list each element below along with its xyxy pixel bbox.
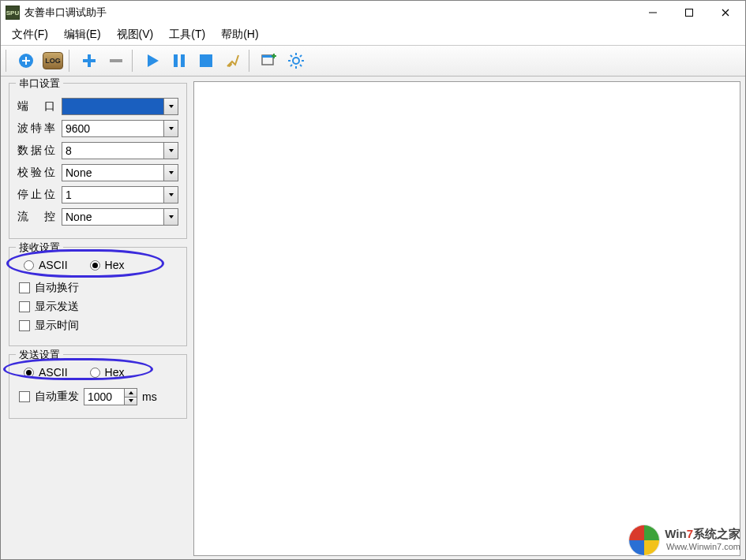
label-flow: 流 控 [17, 210, 55, 224]
combo-baud-value: 9600 [66, 122, 90, 135]
radio-send-hex[interactable] [90, 368, 100, 378]
menu-bar: 文件(F) 编辑(E) 视图(V) 工具(T) 帮助(H) [1, 24, 745, 45]
combo-port[interactable] [62, 98, 178, 115]
combo-baud[interactable]: 9600 [62, 120, 178, 137]
dropdown-arrow-icon [163, 143, 178, 159]
watermark-brand: Win7系统之家 [665, 527, 740, 542]
new-window-button[interactable] [257, 48, 282, 73]
close-button[interactable] [707, 2, 744, 24]
label-send-ascii: ASCII [39, 366, 68, 379]
dropdown-arrow-icon [163, 165, 178, 181]
group-recv-settings: 接收设置 ASCII Hex 自动换行 [9, 247, 187, 346]
check-autoresend[interactable] [19, 391, 30, 402]
label-send-hex: Hex [105, 366, 125, 379]
combo-parity[interactable]: None [62, 164, 178, 181]
watermark-url: Www.Winwin7.com [665, 542, 740, 551]
interval-spinner[interactable]: 1000 [84, 388, 137, 405]
app-icon: SPU [6, 6, 20, 20]
connect-button[interactable] [13, 48, 39, 73]
remove-button[interactable] [103, 48, 129, 73]
play-button[interactable] [140, 48, 165, 73]
menu-view[interactable]: 视图(V) [109, 24, 162, 45]
label-databits: 数据位 [17, 144, 55, 158]
label-autowrap: 自动换行 [35, 281, 79, 295]
radio-recv-ascii[interactable] [24, 260, 34, 271]
check-autowrap[interactable] [19, 282, 30, 293]
label-port: 端 口 [17, 99, 55, 114]
combo-flow-value: None [66, 211, 92, 223]
svg-rect-3 [181, 54, 185, 67]
spin-up-icon[interactable] [125, 389, 137, 397]
check-showtime[interactable] [19, 320, 30, 331]
group-send-settings: 发送设置 ASCII Hex 自动重发 1000 [9, 354, 187, 419]
dropdown-arrow-icon [163, 209, 178, 225]
svg-rect-0 [686, 9, 693, 17]
label-parity: 校验位 [17, 166, 55, 180]
svg-rect-2 [174, 54, 178, 67]
clear-button[interactable] [220, 48, 246, 73]
group-serial-legend: 串口设置 [16, 77, 63, 91]
menu-file[interactable]: 文件(F) [4, 24, 56, 45]
label-recv-ascii: ASCII [39, 259, 68, 271]
radio-send-ascii[interactable] [24, 368, 34, 378]
interval-unit: ms [142, 390, 157, 403]
combo-databits-value: 8 [66, 144, 72, 157]
spin-down-icon[interactable] [125, 397, 137, 405]
combo-flow[interactable]: None [62, 208, 178, 226]
menu-tool[interactable]: 工具(T) [161, 24, 213, 45]
maximize-button[interactable] [671, 2, 707, 24]
label-baud: 波特率 [17, 121, 55, 136]
check-showsend[interactable] [19, 301, 30, 312]
pause-button[interactable] [167, 48, 192, 73]
combo-stopbits-value: 1 [66, 189, 72, 201]
svg-point-7 [293, 58, 299, 64]
group-send-legend: 发送设置 [16, 348, 63, 362]
group-serial-settings: 串口设置 端 口 波特率 9600 数据位 [9, 83, 187, 239]
minimize-button[interactable] [635, 2, 671, 24]
interval-value: 1000 [88, 390, 112, 403]
dropdown-arrow-icon [163, 187, 178, 203]
svg-rect-4 [200, 54, 212, 67]
stop-button[interactable] [193, 48, 219, 73]
combo-parity-value: None [66, 166, 92, 179]
main-panel [193, 77, 745, 560]
dropdown-arrow-icon [163, 121, 178, 136]
label-showsend: 显示发送 [35, 300, 79, 314]
label-recv-hex: Hex [105, 259, 125, 271]
console-output[interactable] [193, 81, 740, 556]
add-button[interactable] [77, 48, 102, 73]
settings-sidebar: 串口设置 端 口 波特率 9600 数据位 [1, 77, 193, 560]
app-window: SPU 友善串口调试助手 文件(F) 编辑(E) 视图(V) 工具(T) 帮助(… [0, 0, 746, 560]
spinner-buttons[interactable] [124, 389, 137, 405]
group-recv-legend: 接收设置 [16, 241, 63, 255]
dropdown-arrow-icon [163, 99, 178, 114]
title-bar: SPU 友善串口调试助手 [1, 1, 745, 24]
label-stopbits: 停止位 [17, 188, 55, 202]
settings-button[interactable] [283, 48, 309, 73]
label-autoresend: 自动重发 [35, 390, 79, 404]
window-title: 友善串口调试助手 [24, 6, 107, 20]
menu-help[interactable]: 帮助(H) [213, 24, 266, 45]
watermark: Win7系统之家 Www.Winwin7.com [628, 523, 740, 554]
combo-stopbits[interactable]: 1 [62, 186, 178, 203]
label-showtime: 显示时间 [35, 319, 79, 333]
radio-recv-hex[interactable] [90, 260, 100, 271]
menu-edit[interactable]: 编辑(E) [56, 24, 109, 45]
log-button[interactable]: LOG [40, 48, 66, 73]
watermark-logo-icon [628, 525, 660, 556]
toolbar: LOG [1, 45, 745, 77]
svg-rect-6 [262, 55, 273, 58]
combo-databits[interactable]: 8 [62, 142, 178, 159]
